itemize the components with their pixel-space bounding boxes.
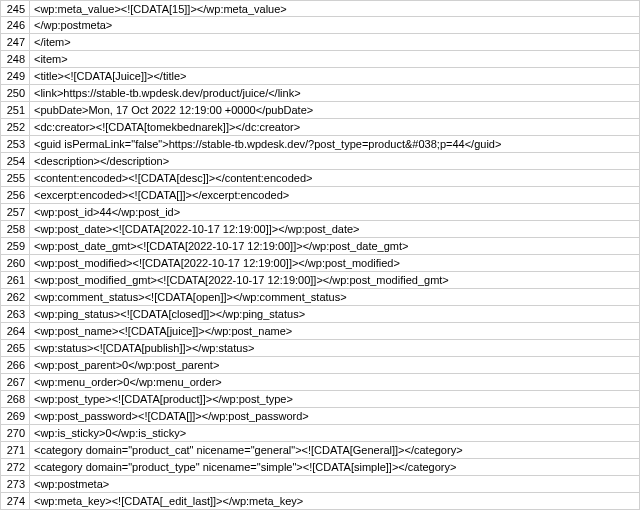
code-cell[interactable]: <title><![CDATA[Juice]]></title> bbox=[30, 68, 640, 85]
code-cell[interactable]: <dc:creator><![CDATA[tomekbednarek]]></d… bbox=[30, 119, 640, 136]
code-cell[interactable]: <wp:post_date_gmt><![CDATA[2022-10-17 12… bbox=[30, 238, 640, 255]
line-number: 272 bbox=[0, 459, 30, 476]
code-cell[interactable]: <wp:comment_status><![CDATA[open]]></wp:… bbox=[30, 289, 640, 306]
code-cell[interactable]: <wp:meta_value><![CDATA[15]]></wp:meta_v… bbox=[30, 0, 640, 17]
code-cell[interactable]: <wp:post_type><![CDATA[product]]></wp:po… bbox=[30, 391, 640, 408]
line-number: 266 bbox=[0, 357, 30, 374]
code-cell[interactable]: <wp:post_name><![CDATA[juice]]></wp:post… bbox=[30, 323, 640, 340]
code-cell[interactable]: <wp:meta_key><![CDATA[_edit_last]]></wp:… bbox=[30, 493, 640, 510]
line-number: 254 bbox=[0, 153, 30, 170]
line-number: 256 bbox=[0, 187, 30, 204]
line-number: 260 bbox=[0, 255, 30, 272]
code-cell[interactable]: <wp:post_parent>0</wp:post_parent> bbox=[30, 357, 640, 374]
code-cell[interactable]: <wp:postmeta> bbox=[30, 476, 640, 493]
code-cell[interactable]: <wp:menu_order>0</wp:menu_order> bbox=[30, 374, 640, 391]
code-cell[interactable]: <category domain="product_type" nicename… bbox=[30, 459, 640, 476]
line-number: 252 bbox=[0, 119, 30, 136]
code-cell[interactable]: <item> bbox=[30, 51, 640, 68]
line-number: 274 bbox=[0, 493, 30, 510]
line-number: 257 bbox=[0, 204, 30, 221]
code-cell[interactable]: <wp:post_date><![CDATA[2022-10-17 12:19:… bbox=[30, 221, 640, 238]
line-number: 249 bbox=[0, 68, 30, 85]
code-cell[interactable]: <pubDate>Mon, 17 Oct 2022 12:19:00 +0000… bbox=[30, 102, 640, 119]
line-number: 271 bbox=[0, 442, 30, 459]
code-cell[interactable]: </wp:postmeta> bbox=[30, 17, 640, 34]
line-number: 250 bbox=[0, 85, 30, 102]
line-number: 253 bbox=[0, 136, 30, 153]
line-number: 267 bbox=[0, 374, 30, 391]
line-number: 262 bbox=[0, 289, 30, 306]
line-number: 255 bbox=[0, 170, 30, 187]
code-cell[interactable]: </item> bbox=[30, 34, 640, 51]
line-number: 265 bbox=[0, 340, 30, 357]
code-cell[interactable]: <link>https://stable-tb.wpdesk.dev/produ… bbox=[30, 85, 640, 102]
code-cell[interactable]: <wp:status><![CDATA[publish]]></wp:statu… bbox=[30, 340, 640, 357]
line-number: 268 bbox=[0, 391, 30, 408]
line-number: 251 bbox=[0, 102, 30, 119]
code-cell[interactable]: <description></description> bbox=[30, 153, 640, 170]
code-cell[interactable]: <wp:ping_status><![CDATA[closed]]></wp:p… bbox=[30, 306, 640, 323]
line-number: 270 bbox=[0, 425, 30, 442]
code-cell[interactable]: <content:encoded><![CDATA[desc]]></conte… bbox=[30, 170, 640, 187]
line-number: 263 bbox=[0, 306, 30, 323]
line-number: 247 bbox=[0, 34, 30, 51]
code-cell[interactable]: <guid isPermaLink="false">https://stable… bbox=[30, 136, 640, 153]
code-cell[interactable]: <wp:post_modified_gmt><![CDATA[2022-10-1… bbox=[30, 272, 640, 289]
line-number: 246 bbox=[0, 17, 30, 34]
code-cell[interactable]: <wp:is_sticky>0</wp:is_sticky> bbox=[30, 425, 640, 442]
line-number: 264 bbox=[0, 323, 30, 340]
line-number: 269 bbox=[0, 408, 30, 425]
code-cell[interactable]: <category domain="product_cat" nicename=… bbox=[30, 442, 640, 459]
line-number: 273 bbox=[0, 476, 30, 493]
line-number: 261 bbox=[0, 272, 30, 289]
code-cell[interactable]: <excerpt:encoded><![CDATA[]]></excerpt:e… bbox=[30, 187, 640, 204]
spreadsheet-grid: 245<wp:meta_value><![CDATA[15]]></wp:met… bbox=[0, 0, 640, 510]
code-cell[interactable]: <wp:post_password><![CDATA[]]></wp:post_… bbox=[30, 408, 640, 425]
line-number: 248 bbox=[0, 51, 30, 68]
code-cell[interactable]: <wp:post_modified><![CDATA[2022-10-17 12… bbox=[30, 255, 640, 272]
line-number: 258 bbox=[0, 221, 30, 238]
code-cell[interactable]: <wp:post_id>44</wp:post_id> bbox=[30, 204, 640, 221]
line-number: 245 bbox=[0, 0, 30, 17]
line-number: 259 bbox=[0, 238, 30, 255]
